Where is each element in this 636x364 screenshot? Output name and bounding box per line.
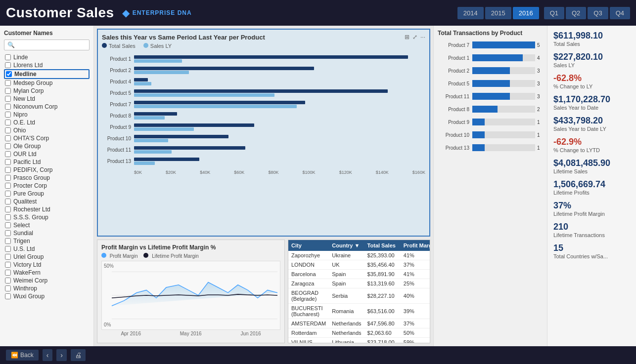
customer-checkbox[interactable] (5, 238, 11, 244)
customer-item[interactable]: WakeFern (4, 269, 90, 277)
customer-checkbox[interactable] (5, 246, 11, 252)
q4-button[interactable]: Q4 (610, 7, 630, 19)
customer-item[interactable]: U.S. Ltd (4, 245, 90, 253)
year-buttons: 2014 2015 2016 (457, 7, 539, 19)
customer-checkbox[interactable] (5, 183, 11, 189)
table-row[interactable]: BarcelonaSpain$35,891.9041%25/06/2016 (288, 270, 430, 279)
table-cell: 59% (401, 338, 430, 344)
customer-checkbox[interactable] (5, 120, 11, 125)
table-row[interactable]: VILNIUSLithuania$23,718.0059%2/06/2016 (288, 338, 430, 344)
customer-item[interactable]: Sundial (4, 229, 90, 237)
more-icon[interactable]: ··· (420, 34, 425, 40)
customer-checkbox[interactable] (5, 54, 11, 60)
table-row[interactable]: BEOGRAD (Belgrade)Serbia$28,227.1040%17/… (288, 288, 430, 304)
table-row[interactable]: RotterdamNetherlands$2,063.6050%24/05/20… (288, 328, 430, 338)
customer-checkbox[interactable] (5, 167, 11, 173)
customer-checkbox[interactable] (6, 71, 12, 77)
table-row[interactable]: LONDONUK$35,456.4037%6/06/2016 (288, 260, 430, 270)
customer-checkbox[interactable] (5, 88, 11, 94)
q2-button[interactable]: Q2 (566, 7, 586, 19)
customer-checkbox[interactable] (5, 293, 11, 299)
q1-button[interactable]: Q1 (544, 7, 564, 19)
bar-label: Product 2 (102, 68, 134, 73)
metric-item: 210Lifetime Transactions (553, 222, 630, 238)
customer-item[interactable]: S.S.S. Group (4, 213, 90, 221)
customer-item[interactable]: PEDIFIX, Corp (4, 166, 90, 174)
customer-item[interactable]: Ohio (4, 126, 90, 134)
customer-checkbox[interactable] (5, 199, 11, 204)
customer-item[interactable]: Uriel Group (4, 253, 90, 261)
table-row[interactable]: AMSTERDAMNetherlands$47,596.8037%7/04/20… (288, 319, 430, 328)
table-row[interactable]: BUCURESTI (Bucharest)Romania$63,516.0039… (288, 304, 430, 319)
trans-row: Product 91 (438, 117, 543, 127)
customer-checkbox[interactable] (5, 175, 11, 181)
customer-item[interactable]: Medline (4, 69, 90, 79)
trans-bar-fill (472, 80, 510, 87)
customer-checkbox[interactable] (5, 230, 11, 236)
col-country[interactable]: Country ▼ (329, 240, 364, 251)
customer-checkbox[interactable] (5, 143, 11, 149)
table-cell: $25,393.00 (364, 251, 401, 260)
customer-checkbox[interactable] (5, 285, 11, 291)
customer-checkbox[interactable] (5, 159, 11, 165)
customer-item[interactable]: Medsep Group (4, 79, 90, 87)
customer-checkbox[interactable] (5, 262, 11, 268)
customer-item[interactable]: Mylan Corp (4, 87, 90, 95)
customer-item[interactable]: New Ltd (4, 95, 90, 103)
customer-item[interactable]: Rochester Ltd (4, 205, 90, 213)
customer-item[interactable]: Weimei Corp (4, 277, 90, 284)
customer-search[interactable] (4, 40, 90, 50)
customer-checkbox[interactable] (5, 96, 11, 102)
customer-checkbox[interactable] (5, 222, 11, 228)
year-2015-button[interactable]: 2015 (485, 7, 511, 19)
customer-item[interactable]: Nipro (4, 111, 90, 119)
customer-checkbox[interactable] (5, 127, 11, 133)
bar-group (134, 89, 425, 97)
customer-checkbox[interactable] (5, 206, 11, 212)
focus-icon[interactable]: ⊞ (405, 34, 409, 40)
customer-item[interactable]: Llorens Ltd (4, 61, 90, 69)
customer-item[interactable]: O.E. Ltd (4, 119, 90, 126)
metric-value: 37% (553, 201, 630, 211)
customer-item[interactable]: Victory Ltd (4, 261, 90, 269)
customer-item[interactable]: OHTA'S Corp (4, 134, 90, 142)
q3-button[interactable]: Q3 (588, 7, 608, 19)
customer-checkbox[interactable] (5, 191, 11, 197)
prev-button[interactable]: ‹ (43, 349, 53, 361)
next-button[interactable]: › (56, 349, 67, 361)
customer-item[interactable]: Trigen (4, 237, 90, 245)
customer-item[interactable]: Ole Group (4, 142, 90, 150)
customer-item[interactable]: Procter Corp (4, 182, 90, 190)
customer-checkbox[interactable] (5, 214, 11, 220)
customer-checkbox[interactable] (5, 254, 11, 260)
customer-checkbox[interactable] (5, 112, 11, 118)
customer-checkbox[interactable] (5, 270, 11, 276)
bar-row: Product 9 (102, 122, 425, 132)
customer-checkbox[interactable] (5, 104, 11, 110)
customer-item[interactable]: Select (4, 221, 90, 229)
customer-item[interactable]: Winthrop (4, 284, 90, 292)
customer-item[interactable]: Pacific Ltd (4, 158, 90, 166)
customer-checkbox[interactable] (5, 278, 11, 283)
customer-item[interactable]: Pure Group (4, 190, 90, 198)
customer-item[interactable]: Qualitest (4, 198, 90, 205)
metric-label: Sales Year to Date LY (553, 126, 630, 132)
trans-bar-wrap (472, 119, 535, 125)
maximize-icon[interactable]: ⤢ (412, 34, 417, 40)
year-2016-button[interactable]: 2016 (513, 7, 539, 19)
customer-item[interactable]: Niconovum Corp (4, 103, 90, 111)
customer-checkbox[interactable] (5, 80, 11, 86)
print-button[interactable]: 🖨 (71, 349, 86, 361)
customer-checkbox[interactable] (5, 62, 11, 68)
table-row[interactable]: ZaporozhyeUkraine$25,393.0041%26/04/2016 (288, 251, 430, 260)
customer-item[interactable]: OUR Ltd (4, 150, 90, 158)
back-button[interactable]: ⏪ Back (6, 350, 39, 361)
table-row[interactable]: ZaragozaSpain$13,319.6025%5/04/2016 (288, 279, 430, 288)
year-2014-button[interactable]: 2014 (457, 7, 484, 19)
customer-item[interactable]: Linde (4, 53, 90, 61)
customer-checkbox[interactable] (5, 135, 11, 141)
table-cell: $13,319.60 (364, 279, 401, 288)
customer-checkbox[interactable] (5, 151, 11, 157)
customer-item[interactable]: Prasco Group (4, 174, 90, 182)
customer-item[interactable]: Wuxi Group (4, 292, 90, 300)
